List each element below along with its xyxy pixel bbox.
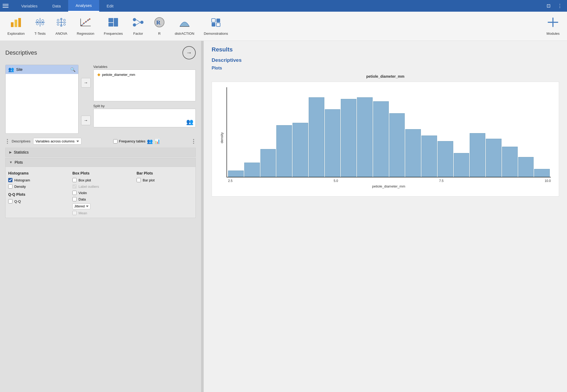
descriptives-select[interactable]: Variables across columns Variables acros…	[33, 138, 81, 145]
histogram-check-item: Histogram	[8, 178, 64, 182]
histograms-col: Histograms Histogram Density Q-Q Plots Q	[8, 171, 64, 215]
toolbar-distraction[interactable]: distrACTION	[170, 12, 199, 41]
toolbar-r[interactable]: R R	[149, 12, 170, 41]
exploration-icon	[10, 17, 22, 30]
variables-drop-box[interactable]: ◆ petiole_diameter_mm	[93, 69, 196, 101]
qq-title: Q-Q Plots	[8, 192, 64, 197]
search-icon[interactable]: 🔍	[70, 67, 76, 72]
toolbar-regression[interactable]: Regression	[72, 12, 99, 41]
regression-icon	[80, 17, 91, 30]
modules-label: Modules	[547, 32, 560, 36]
statistics-section-bar[interactable]: ▶ Statistics	[5, 148, 196, 157]
qq-checkbox[interactable]	[8, 199, 12, 203]
r-icon: R	[154, 17, 165, 30]
toolbar-frequencies[interactable]: Frequencies	[99, 12, 128, 41]
barplot-checkbox[interactable]	[137, 178, 141, 182]
barplot-label: Bar plot	[143, 178, 155, 182]
transfer-to-split-btn[interactable]: →	[81, 116, 91, 125]
histogram-checkbox[interactable]	[8, 178, 12, 182]
x-axis-ticks: 2.5 5.0 7.5 10.0	[226, 179, 551, 183]
violin-checkbox[interactable]	[72, 191, 77, 195]
toolbar-factor[interactable]: Factor	[128, 12, 149, 41]
svg-rect-39	[216, 23, 220, 27]
svg-point-7	[42, 20, 44, 22]
drag-handle	[6, 139, 9, 144]
histogram-bar	[260, 149, 276, 177]
svg-point-8	[36, 23, 38, 25]
tab-data[interactable]: Data	[45, 0, 68, 12]
window-icon[interactable]: ⊡	[544, 2, 553, 10]
frequencies-icon	[107, 17, 119, 30]
svg-point-5	[36, 20, 38, 22]
resize-handle[interactable]	[202, 41, 204, 392]
barplots-col: Bar Plots Bar plot	[137, 171, 193, 215]
panel-title: Descriptives	[5, 49, 37, 56]
svg-rect-26	[108, 23, 113, 27]
violin-check-item: Violin	[72, 191, 129, 195]
variables-label: Variables	[93, 65, 196, 69]
toolbar-ttests[interactable]: T-Tests	[29, 12, 51, 41]
variables-section: Variables ◆ petiole_diameter_mm	[93, 65, 196, 101]
more-options-icon[interactable]: ⋮	[555, 2, 564, 10]
factor-label: Factor	[133, 32, 143, 36]
svg-point-14	[57, 23, 59, 25]
x-tick-1: 5.0	[334, 179, 338, 183]
main-layout: Descriptives → 👥 Site 🔍 → →	[0, 41, 567, 392]
svg-rect-2	[18, 18, 21, 27]
density-checkbox[interactable]	[8, 184, 12, 189]
y-axis-label: density	[220, 132, 224, 143]
label-outliers-label: Label outliers	[78, 185, 99, 189]
boxplots-title: Box Plots	[72, 171, 129, 175]
svg-rect-27	[114, 18, 118, 27]
modules-icon	[547, 17, 559, 30]
plots-columns: Histograms Histogram Density Q-Q Plots Q	[8, 171, 193, 215]
variables-layout: 👥 Site 🔍 → → Variables ◆	[5, 65, 196, 134]
mean-label: Mean	[78, 211, 87, 215]
histogram-bar	[373, 101, 389, 177]
tab-analyses[interactable]: Analyses	[68, 0, 99, 12]
toolbar-anova[interactable]: ANOVA	[51, 12, 72, 41]
svg-point-29	[133, 23, 136, 27]
histograms-title: Histograms	[8, 171, 64, 175]
toolbar-demonstrations[interactable]: Demonstrations	[199, 12, 233, 41]
plots-section-bar[interactable]: ▼ Plots	[5, 158, 196, 167]
svg-point-30	[140, 21, 143, 24]
drag-handle-right	[192, 139, 195, 144]
barplot-check-item: Bar plot	[137, 178, 193, 182]
run-button[interactable]: →	[182, 46, 196, 59]
histogram-bar	[405, 129, 421, 177]
anova-label: ANOVA	[55, 32, 67, 36]
label-outliers-check-item: Label outliers	[72, 184, 129, 189]
jitter-select[interactable]: Jittered	[72, 203, 90, 209]
frequency-tables-checkbox[interactable]	[113, 139, 117, 143]
toolbar-exploration[interactable]: Exploration	[3, 12, 29, 41]
descriptives-row: Descriptives Variables across columns Va…	[5, 138, 196, 145]
boxplot-label: Box plot	[78, 178, 91, 182]
tab-edit[interactable]: Edit	[99, 0, 121, 12]
menu-bar-right: ⊡ ⋮	[544, 2, 564, 10]
plots-content: Histograms Histogram Density Q-Q Plots Q	[5, 167, 196, 218]
results-title: Results	[212, 46, 559, 53]
x-tick-3: 10.0	[545, 179, 551, 183]
data-checkbox[interactable]	[72, 197, 77, 201]
qq-label: Q-Q	[14, 199, 21, 203]
distraction-icon	[179, 17, 190, 30]
source-variable-name: Site	[16, 67, 23, 72]
source-variables-box[interactable]: 👥 Site 🔍	[5, 65, 78, 134]
splitby-drop-box[interactable]: 👥	[93, 109, 196, 127]
r-label: R	[158, 32, 160, 36]
toolbar-modules[interactable]: Modules	[542, 12, 564, 41]
splitby-label: Split by	[93, 104, 196, 108]
frequency-tables-label: Frequency tables	[119, 139, 146, 143]
boxplot-checkbox[interactable]	[72, 178, 77, 182]
label-outliers-checkbox[interactable]	[72, 184, 77, 189]
demonstrations-label: Demonstrations	[204, 32, 228, 36]
tab-variables[interactable]: Variables	[14, 0, 45, 12]
x-tick-0: 2.5	[228, 179, 233, 183]
transfer-to-variables-btn[interactable]: →	[81, 78, 91, 88]
mean-checkbox[interactable]	[72, 211, 77, 215]
menu-bar: Variables Data Analyses Edit ⊡ ⋮	[0, 0, 567, 12]
statistics-label: Statistics	[14, 150, 29, 154]
hamburger-menu[interactable]	[3, 4, 8, 8]
frequencies-label: Frequencies	[104, 32, 123, 36]
